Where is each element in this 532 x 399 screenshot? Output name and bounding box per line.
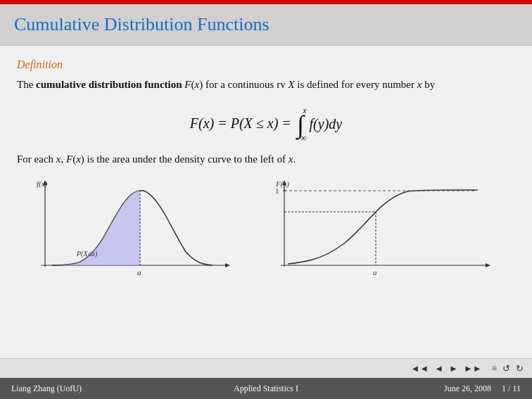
left-chart-ylabel: f(x): [37, 179, 48, 189]
footer-page: 1 / 11: [502, 384, 521, 393]
right-chart-wrapper: F(x) 1 a: [256, 175, 524, 353]
nav-icons-bar: ◄◄ ◄ ► ►► ≡ ↺ ↻: [0, 358, 532, 378]
svg-marker-9: [486, 263, 490, 267]
nav-redo-icon[interactable]: ↻: [516, 363, 524, 374]
nav-last-icon[interactable]: ►►: [462, 363, 483, 374]
for-each-text: For each x, F(x) is the area under the d…: [17, 153, 515, 165]
title-bar: Cumulative Distribution Functions: [0, 4, 532, 46]
formula-block: F(x) = P(X ≤ x) = x ∫ −∞ f(y)dy: [17, 106, 515, 144]
right-chart: F(x) 1 a: [256, 175, 524, 288]
charts-area: f(x): [17, 175, 515, 353]
bold-term: cumulative distribution function: [36, 79, 182, 90]
definition-text: The cumulative distribution function F(x…: [17, 77, 515, 93]
left-chart-xlabel: a: [137, 268, 141, 277]
slide-container: Cumulative Distribution Functions Defini…: [0, 0, 532, 399]
footer-author: Liang Zhang (UofU): [11, 384, 181, 394]
footer-info: June 26, 2008 1 / 11: [351, 384, 521, 394]
right-chart-xlabel: a: [373, 268, 377, 277]
slide-title: Cumulative Distribution Functions: [14, 14, 270, 34]
math-formula: F(x) = P(X ≤ x) = x ∫ −∞ f(y)dy: [190, 106, 342, 144]
nav-undo-icon[interactable]: ↺: [502, 363, 510, 374]
footer: Liang Zhang (UofU) Applied Statistics I …: [0, 378, 532, 399]
main-content: Definition The cumulative distribution f…: [0, 46, 532, 358]
footer-course: Applied Statistics I: [181, 384, 350, 394]
left-chart-wrapper: f(x): [17, 175, 256, 353]
footer-date: June 26, 2008: [444, 384, 491, 393]
nav-first-icon[interactable]: ◄◄: [409, 363, 430, 374]
nav-menu-icon[interactable]: ≡: [492, 363, 497, 374]
nav-prev-icon[interactable]: ◄: [433, 363, 445, 374]
definition-label: Definition: [17, 58, 515, 71]
nav-next-icon[interactable]: ►: [448, 363, 460, 374]
svg-marker-3: [225, 263, 230, 267]
y-tick-label: 1: [275, 186, 279, 195]
area-label: P(X≤a): [76, 250, 98, 258]
left-chart: f(x): [17, 175, 256, 288]
